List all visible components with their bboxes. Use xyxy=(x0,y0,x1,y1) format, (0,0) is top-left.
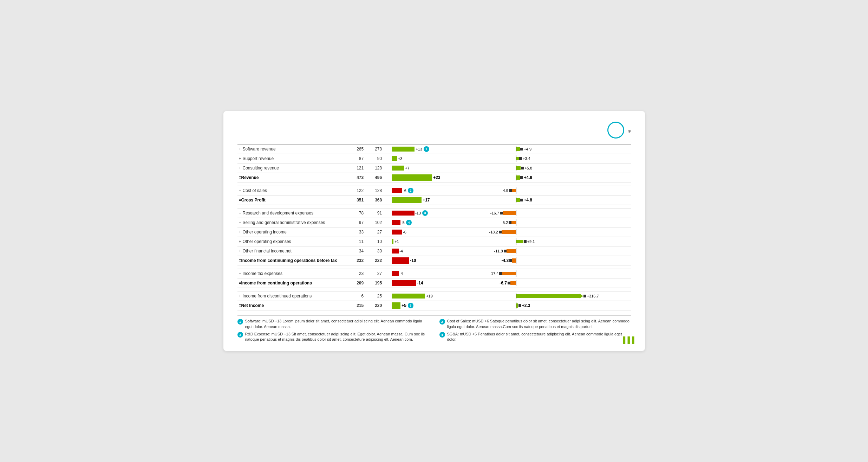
row-ac: 222 xyxy=(365,256,383,265)
logo-brand: ® xyxy=(628,126,631,135)
row-prefix: + xyxy=(239,239,241,244)
row-prefix: + xyxy=(239,249,241,254)
row-label: +Other operating expenses xyxy=(237,237,347,246)
row-py: 23 xyxy=(347,269,365,278)
row-ac: 90 xyxy=(365,154,383,163)
logo-text-area: ® xyxy=(628,126,631,135)
table-row: +Other operating expenses1110+1+9.1 xyxy=(237,237,631,246)
row-label: +Other operating income xyxy=(237,227,347,237)
row-name: Software revenue xyxy=(243,147,276,152)
ibcs-logo-circle xyxy=(607,122,624,139)
row-ac: 278 xyxy=(365,145,383,154)
footnote-item: 4SG&A: mUSD +5 Penatibus dolor sit amet,… xyxy=(439,332,631,342)
table-row: +Consulting revenue121128+7+5.8 xyxy=(237,163,631,173)
row-dpypct-bar: +2.3 xyxy=(469,301,631,310)
row-name: Other operating income xyxy=(243,230,287,235)
row-dpy-bar: -4 xyxy=(383,246,468,256)
table-row: =Income from continuing operations209195… xyxy=(237,278,631,288)
table-row: −Income tax expenses2327-4-17.4 xyxy=(237,269,631,278)
row-ac: 91 xyxy=(365,208,383,218)
row-dpypct-bar: -4.9 xyxy=(469,186,631,195)
row-dpy-bar: -54 xyxy=(383,218,468,227)
row-py: 87 xyxy=(347,154,365,163)
row-label: =Revenue xyxy=(237,173,347,182)
company-info xyxy=(237,122,239,127)
chart-icon: ▐▐▐ xyxy=(621,336,634,344)
spacer-row xyxy=(237,205,631,208)
row-py: 34 xyxy=(347,246,365,256)
row-dpypct-bar: -16.7 xyxy=(469,208,631,218)
row-ac: 195 xyxy=(365,278,383,288)
year-period xyxy=(237,122,239,127)
row-label: =Income from continuing operations xyxy=(237,278,347,288)
row-name: Support revenue xyxy=(243,156,274,161)
row-py: 6 xyxy=(347,291,365,301)
row-py: 473 xyxy=(347,173,365,182)
row-name: Revenue xyxy=(241,175,259,180)
row-name: Gross Profit xyxy=(241,198,266,203)
row-prefix: − xyxy=(239,271,241,276)
table-row: +Software revenue265278+131+4.9 xyxy=(237,145,631,154)
footnote-text: R&D Expense: mUSD +13 Sit amet, consecte… xyxy=(245,332,429,342)
row-py: 351 xyxy=(347,195,365,205)
row-ac: 27 xyxy=(365,269,383,278)
row-prefix: − xyxy=(239,211,241,216)
footnote-badge: 3 xyxy=(237,332,243,338)
row-name: Income from continuing operations xyxy=(241,281,312,285)
row-prefix: − xyxy=(239,220,241,225)
row-label: −Income tax expenses xyxy=(237,269,347,278)
row-name: Consulting revenue xyxy=(243,166,279,171)
row-dpypct-bar: +4.9 xyxy=(469,173,631,182)
row-name: Research and development expenses xyxy=(243,211,313,216)
row-dpy-bar: +131 xyxy=(383,145,468,154)
footnote-item: 1Software: mUSD +13 Lorem ipsum dolor si… xyxy=(237,319,429,329)
table-row: =Net Income215220+55+2.3 xyxy=(237,301,631,310)
row-dpypct-bar: -5.2 xyxy=(469,218,631,227)
row-prefix: − xyxy=(239,188,241,193)
row-label: +Income from discontinued operations xyxy=(237,291,347,301)
pnl-table: +Software revenue265278+131+4.9+Support … xyxy=(237,143,631,310)
table-row: =Revenue473496+23+4.9 xyxy=(237,173,631,182)
row-name: Cost of sales xyxy=(243,188,267,193)
row-label: −Research and development expenses xyxy=(237,208,347,218)
row-dpypct-bar: -18.2 xyxy=(469,227,631,237)
row-dpypct-bar: +9.1 xyxy=(469,237,631,246)
row-dpy-bar: -4 xyxy=(383,269,468,278)
row-label: =Income from continuining operations bef… xyxy=(237,256,347,265)
row-dpy-bar: +1 xyxy=(383,237,468,246)
footnote-item: 3R&D Expense: mUSD +13 Sit amet, consect… xyxy=(237,332,429,342)
row-ac: 128 xyxy=(365,163,383,173)
footnotes: 1Software: mUSD +13 Lorem ipsum dolor si… xyxy=(237,315,631,342)
row-prefix: + xyxy=(239,294,241,299)
spacer-row xyxy=(237,265,631,269)
spacer-row xyxy=(237,288,631,291)
footnote-badge: 2 xyxy=(439,319,445,325)
row-name: Selling and general administrative expen… xyxy=(243,220,325,225)
logo-area: ® xyxy=(607,122,631,139)
row-prefix: = xyxy=(239,281,241,285)
row-py: 121 xyxy=(347,163,365,173)
row-name: Other operating expenses xyxy=(243,239,291,244)
row-dpypct-bar: -11.8 xyxy=(469,246,631,256)
footnote-badge: 4 xyxy=(439,332,445,338)
row-name: Income from discontinued operations xyxy=(243,294,312,299)
row-prefix: = xyxy=(239,303,241,308)
row-py: 209 xyxy=(347,278,365,288)
row-ac: 27 xyxy=(365,227,383,237)
row-prefix: = xyxy=(239,175,241,180)
row-dpy-bar: -10 xyxy=(383,256,468,265)
row-ac: 30 xyxy=(365,246,383,256)
footnote-item: 2Cost of Sales: mUSD +6 Satoque penatibu… xyxy=(439,319,631,329)
row-name: Income from continuining operations befo… xyxy=(241,258,337,263)
row-dpypct-bar: -17.4 xyxy=(469,269,631,278)
table-row: +Other operating income3327-6-18.2 xyxy=(237,227,631,237)
row-dpy-bar: +17 xyxy=(383,195,468,205)
row-dpy-bar: -14 xyxy=(383,278,468,288)
row-ac: 496 xyxy=(365,173,383,182)
table-row: +Support revenue8790+3+3.4 xyxy=(237,154,631,163)
row-dpypct-bar: +5.8 xyxy=(469,163,631,173)
row-prefix: + xyxy=(239,156,241,161)
row-py: 11 xyxy=(347,237,365,246)
row-prefix: + xyxy=(239,230,241,235)
row-dpypct-bar: +3.4 xyxy=(469,154,631,163)
